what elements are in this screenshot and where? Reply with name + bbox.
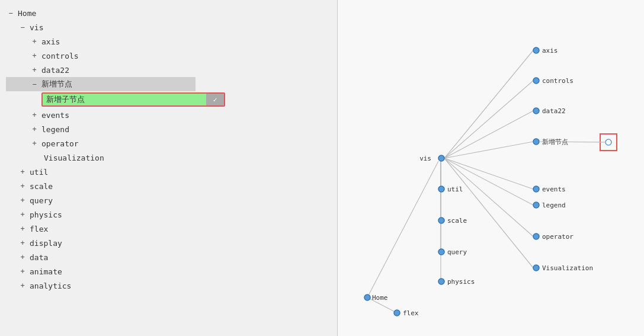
toggle-home[interactable]: −: [6, 8, 15, 18]
label-physics: physics: [30, 210, 62, 219]
label-query: query: [30, 196, 53, 205]
graph-label-flex: flex: [403, 309, 419, 317]
graph-node-util: [438, 186, 444, 192]
svg-line-6: [444, 158, 533, 236]
graph-label-events: events: [542, 185, 566, 193]
toggle-query[interactable]: +: [18, 196, 27, 205]
label-animate: animate: [30, 267, 62, 276]
graph-label-physics: physics: [447, 278, 475, 286]
graph-node-vis: [438, 155, 444, 161]
graph-node-flex: [394, 310, 400, 316]
tree-item-vis[interactable]: − vis: [6, 20, 331, 34]
graph-label-visualization: Visualization: [542, 264, 593, 272]
tree-item-visualization[interactable]: Visualization: [6, 151, 331, 165]
label-new-node: 新增节点: [41, 79, 72, 89]
tree-container: − Home − vis + axis + controls + data22 …: [0, 0, 337, 299]
label-flex: flex: [30, 225, 48, 233]
svg-line-5: [444, 158, 533, 205]
toggle-animate[interactable]: +: [18, 267, 27, 276]
graph-label-axis: axis: [542, 47, 558, 55]
toggle-axis[interactable]: +: [30, 37, 39, 46]
graph-new-child-circle: [605, 139, 611, 145]
tree-item-query[interactable]: + query: [6, 193, 331, 207]
confirm-new-child-button[interactable]: ✓: [206, 94, 224, 105]
tree-item-animate[interactable]: + animate: [6, 264, 331, 279]
toggle-analytics[interactable]: +: [18, 281, 27, 290]
toggle-util[interactable]: +: [18, 167, 27, 177]
graph-label-operator: operator: [542, 233, 573, 241]
toggle-new-node[interactable]: −: [30, 79, 39, 89]
graph-label-legend: legend: [542, 201, 566, 209]
graph-label-scale: scale: [447, 217, 467, 225]
graph-node-axis: [533, 47, 539, 53]
label-display: display: [30, 239, 62, 248]
toggle-legend[interactable]: +: [30, 124, 39, 134]
label-axis: axis: [41, 37, 60, 46]
label-vis: vis: [30, 23, 43, 32]
svg-line-4: [444, 158, 533, 189]
tree-item-axis[interactable]: + axis: [6, 34, 331, 49]
toggle-physics[interactable]: +: [18, 210, 27, 219]
toggle-operator[interactable]: +: [30, 139, 39, 148]
new-child-node-row: ✓: [6, 91, 331, 108]
graph-node-new-node: [533, 139, 539, 145]
tree-item-new-node[interactable]: − 新增节点: [6, 77, 196, 91]
toggle-scale[interactable]: +: [18, 181, 27, 191]
graph-panel: vis axis controls data22 新增节点 events leg…: [338, 0, 644, 336]
svg-line-12: [367, 161, 438, 297]
svg-line-2: [444, 111, 533, 158]
graph-node-scale: [438, 217, 444, 223]
tree-item-data[interactable]: + data: [6, 250, 331, 264]
toggle-data[interactable]: +: [18, 252, 27, 262]
graph-label-controls: controls: [542, 77, 573, 85]
graph-node-visualization: [533, 265, 539, 271]
label-operator: operator: [41, 139, 79, 148]
tree-item-analytics[interactable]: + analytics: [6, 279, 331, 293]
graph-node-physics: [438, 279, 444, 284]
tree-item-physics[interactable]: + physics: [6, 207, 331, 222]
svg-line-0: [444, 50, 533, 158]
tree-item-controls[interactable]: + controls: [6, 49, 331, 63]
toggle-controls[interactable]: +: [30, 51, 39, 60]
graph-node-query: [438, 249, 444, 255]
tree-item-display[interactable]: + display: [6, 236, 331, 250]
tree-item-events[interactable]: + events: [6, 108, 331, 122]
graph-node-events: [533, 186, 539, 192]
toggle-data22[interactable]: +: [30, 65, 39, 75]
tree-item-scale[interactable]: + scale: [6, 179, 331, 193]
graph-node-operator: [533, 233, 539, 239]
label-scale: scale: [30, 182, 53, 191]
label-controls: controls: [41, 52, 79, 60]
graph-label-util: util: [447, 185, 463, 193]
graph-node-home: [364, 295, 370, 300]
graph-label-data22: data22: [542, 107, 566, 115]
graph-svg: vis axis controls data22 新增节点 events leg…: [338, 0, 644, 336]
label-util: util: [30, 168, 48, 177]
tree-item-flex[interactable]: + flex: [6, 222, 331, 236]
tree-item-home[interactable]: − Home: [6, 6, 331, 20]
label-data: data: [30, 253, 48, 262]
tree-panel: − Home − vis + axis + controls + data22 …: [0, 0, 338, 336]
label-analytics: analytics: [30, 281, 71, 290]
graph-label-query: query: [447, 248, 467, 256]
graph-node-data22: [533, 108, 539, 114]
label-data22: data22: [41, 66, 69, 75]
label-legend: legend: [41, 125, 69, 134]
graph-label-vis: vis: [419, 155, 431, 162]
toggle-display[interactable]: +: [18, 238, 27, 248]
label-home: Home: [18, 9, 36, 18]
tree-item-util[interactable]: + util: [6, 165, 331, 179]
graph-label-home: Home: [372, 294, 388, 302]
graph-node-legend: [533, 202, 539, 208]
tree-item-operator[interactable]: + operator: [6, 136, 331, 151]
tree-item-data22[interactable]: + data22: [6, 63, 331, 77]
toggle-events[interactable]: +: [30, 110, 39, 120]
tree-item-legend[interactable]: + legend: [6, 122, 331, 136]
toggle-flex[interactable]: +: [18, 224, 27, 233]
label-visualization: Visualization: [44, 153, 104, 162]
toggle-vis[interactable]: −: [18, 23, 27, 32]
svg-line-3: [444, 142, 533, 158]
new-child-node-wrapper: ✓: [41, 92, 225, 107]
svg-line-1: [444, 81, 533, 158]
new-child-node-input[interactable]: [43, 95, 203, 104]
